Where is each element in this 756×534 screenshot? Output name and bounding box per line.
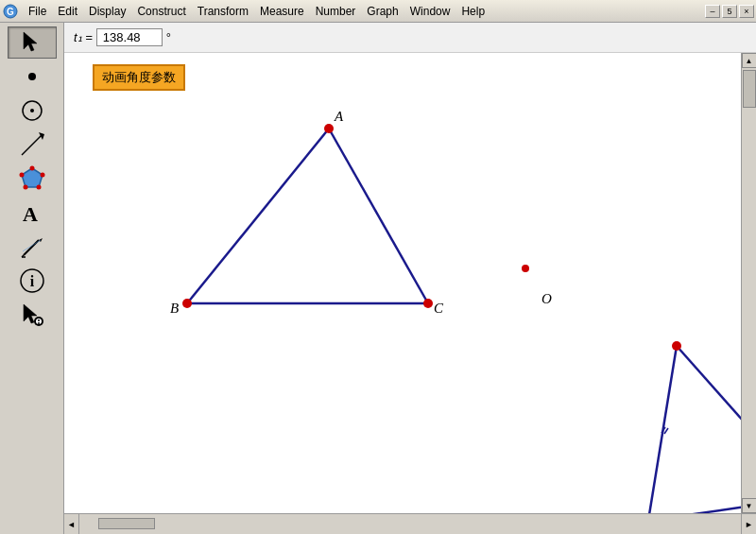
menu-display[interactable]: Display: [83, 3, 131, 20]
small-triangle-side-3: [648, 497, 741, 513]
label-b: B: [170, 301, 179, 316]
svg-line-18: [22, 255, 24, 257]
label-a: A: [334, 109, 344, 124]
triangle-side-ac: [329, 129, 428, 303]
svg-point-9: [29, 166, 34, 171]
content-wrapper: t₁ = 138.48 ° 动画角度参数 A: [64, 23, 756, 534]
scroll-left-button[interactable]: ◄: [64, 514, 79, 534]
svg-line-19: [23, 240, 41, 251]
toolbar: A i: [0, 23, 64, 534]
menu-file[interactable]: File: [23, 3, 52, 20]
measure-unit: °: [166, 30, 171, 44]
svg-marker-8: [22, 168, 43, 187]
info-tool[interactable]: i: [8, 265, 57, 297]
svg-point-26: [38, 322, 40, 324]
menu-help[interactable]: Help: [455, 3, 490, 20]
geometry-canvas: A B C O: [64, 53, 741, 513]
menu-edit[interactable]: Edit: [52, 3, 83, 20]
svg-marker-22: [24, 304, 37, 323]
svg-line-15: [24, 240, 39, 255]
pencil-tool[interactable]: [8, 231, 57, 263]
svg-marker-2: [24, 32, 37, 51]
svg-marker-7: [39, 132, 44, 140]
svg-point-23: [34, 317, 43, 326]
arrow-tool[interactable]: [8, 26, 57, 59]
svg-point-10: [40, 173, 44, 178]
point-a[interactable]: [324, 124, 334, 133]
measure-value: 138.48: [96, 28, 163, 46]
svg-point-11: [36, 185, 41, 190]
svg-point-3: [28, 73, 36, 80]
svg-point-4: [23, 101, 42, 120]
menu-window[interactable]: Window: [404, 3, 456, 20]
vertical-scrollbar[interactable]: ▲ ▼: [741, 53, 756, 513]
menu-transform[interactable]: Transform: [192, 3, 254, 20]
menu-construct[interactable]: Construct: [131, 3, 191, 20]
svg-text:i: i: [29, 273, 34, 289]
measure-label: t₁ =: [74, 30, 93, 44]
window-controls: – 5 ×: [705, 5, 754, 18]
menu-measure[interactable]: Measure: [254, 3, 310, 20]
canvas-row: 动画角度参数 A B C O: [64, 53, 756, 513]
menu-graph[interactable]: Graph: [361, 3, 404, 20]
svg-text:G: G: [7, 7, 14, 17]
menubar: G File Edit Display Construct Transform …: [0, 0, 756, 23]
restore-button[interactable]: 5: [722, 5, 737, 18]
svg-point-24: [36, 319, 42, 324]
svg-line-6: [22, 134, 43, 155]
close-button[interactable]: ×: [739, 5, 754, 18]
point-c[interactable]: [423, 299, 433, 308]
small-triangle-side-1: [648, 346, 677, 513]
svg-marker-16: [39, 238, 43, 242]
scroll-down-button[interactable]: ▼: [742, 498, 757, 513]
small-dot[interactable]: [522, 265, 529, 272]
triangle-side-ab: [187, 129, 329, 303]
app-icon: G: [2, 3, 19, 20]
scroll-h-thumb[interactable]: [98, 518, 155, 529]
svg-point-20: [21, 269, 43, 292]
label-o: O: [541, 291, 552, 306]
svg-point-13: [19, 173, 24, 178]
svg-point-25: [38, 319, 40, 321]
main-area: A i: [0, 23, 756, 534]
svg-point-5: [30, 109, 34, 112]
point-tool[interactable]: [8, 60, 57, 93]
minimize-button[interactable]: –: [705, 5, 720, 18]
bottom-bar: ◄ ►: [64, 513, 756, 534]
svg-text:A: A: [23, 202, 38, 226]
text-tool[interactable]: A: [8, 197, 57, 229]
polygon-tool[interactable]: [8, 163, 57, 195]
measure-bar: t₁ = 138.48 °: [64, 23, 756, 53]
small-triangle-point-top[interactable]: [672, 341, 681, 351]
scroll-up-button[interactable]: ▲: [742, 53, 757, 68]
canvas-area[interactable]: 动画角度参数 A B C O: [64, 53, 741, 513]
point-b[interactable]: [182, 299, 192, 308]
small-triangle-side-2: [677, 346, 741, 497]
svg-point-12: [23, 185, 27, 190]
scroll-right-button[interactable]: ►: [741, 514, 756, 534]
label-c: C: [434, 301, 444, 316]
more-tool[interactable]: [8, 299, 57, 331]
circle-tool[interactable]: [8, 95, 57, 127]
menu-number[interactable]: Number: [310, 3, 362, 20]
scroll-thumb[interactable]: [743, 70, 756, 108]
line-tool[interactable]: [8, 129, 57, 161]
